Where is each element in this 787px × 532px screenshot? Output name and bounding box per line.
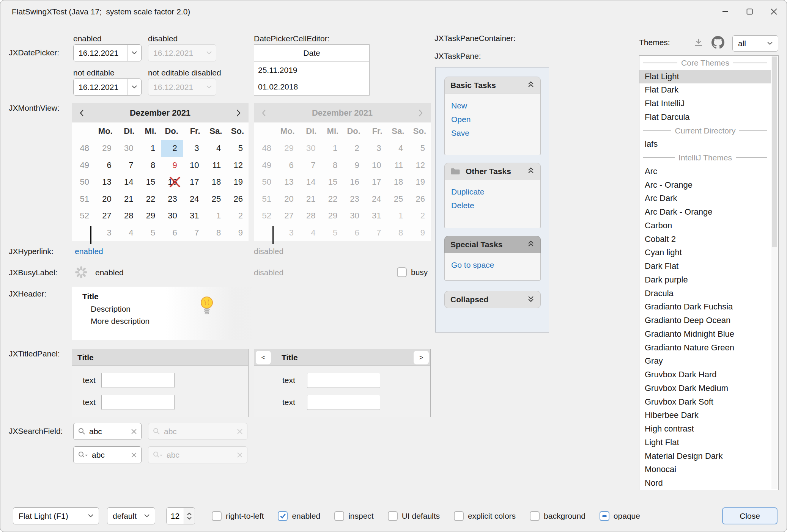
- taskpane-action-link[interactable]: Delete: [445, 199, 540, 212]
- scrollbar-thumb[interactable]: [772, 56, 777, 247]
- day-cell[interactable]: 2: [227, 207, 249, 224]
- maximize-button[interactable]: [737, 1, 762, 22]
- taskpane-action-link[interactable]: Open: [445, 113, 540, 126]
- theme-item[interactable]: Gruvbox Dark Medium: [639, 381, 771, 395]
- day-cell[interactable]: 3: [183, 140, 205, 157]
- checkbox-box[interactable]: [278, 511, 288, 521]
- day-cell[interactable]: 29: [139, 207, 161, 224]
- day-cell[interactable]: 30: [117, 140, 139, 157]
- laf-combo[interactable]: Flat Light (F1): [13, 507, 99, 524]
- clear-icon[interactable]: [131, 452, 137, 458]
- text-input[interactable]: [101, 395, 175, 410]
- theme-item[interactable]: Gruvbox Dark Soft: [639, 395, 771, 409]
- theme-item[interactable]: Gradianto Deep Ocean: [639, 314, 771, 327]
- day-cell[interactable]: 18: [205, 174, 227, 191]
- theme-item[interactable]: Hiberbee Dark: [639, 409, 771, 422]
- hyperlink-enabled[interactable]: enabled: [75, 247, 103, 256]
- theme-item[interactable]: Arc Dark: [639, 192, 771, 206]
- day-cell[interactable]: 5: [227, 140, 249, 157]
- day-cell[interactable]: 9: [161, 157, 183, 174]
- day-cell[interactable]: 4: [205, 140, 227, 157]
- day-cell[interactable]: 7: [117, 157, 139, 174]
- theme-item[interactable]: Carbon: [639, 219, 771, 232]
- download-icon[interactable]: [693, 36, 705, 49]
- day-cell[interactable]: 8: [139, 157, 161, 174]
- checkbox-ui-defaults[interactable]: UI defaults: [388, 511, 440, 521]
- minimize-button[interactable]: [713, 1, 737, 22]
- taskpane-action-link[interactable]: Go to space: [445, 258, 540, 272]
- day-cell[interactable]: 20: [95, 191, 117, 208]
- day-cell[interactable]: 8: [205, 224, 227, 242]
- day-cell[interactable]: 22: [139, 191, 161, 208]
- chevron-double-up-icon[interactable]: [527, 80, 535, 91]
- text-input[interactable]: [307, 373, 380, 388]
- spinner-value[interactable]: 12: [167, 508, 184, 524]
- checkbox-right-to-left[interactable]: right-to-left: [212, 511, 264, 521]
- day-cell[interactable]: 10: [183, 157, 205, 174]
- checkbox-box[interactable]: [334, 511, 344, 521]
- day-cell[interactable]: 31: [183, 207, 205, 224]
- day-cell[interactable]: 28: [117, 207, 139, 224]
- taskpane-header[interactable]: Basic Tasks: [444, 77, 541, 94]
- theme-item[interactable]: Material Design Dark: [639, 449, 771, 463]
- busy-checkbox[interactable]: busy: [397, 267, 428, 277]
- theme-item[interactable]: Gradianto Dark Fuchsia: [639, 300, 771, 314]
- checkbox-box[interactable]: [530, 511, 540, 521]
- spinner-up-icon[interactable]: [187, 513, 192, 515]
- table-row[interactable]: 01.02.2018: [254, 78, 369, 95]
- chevron-double-down-icon[interactable]: [527, 295, 535, 305]
- search-menu-icon[interactable]: [78, 451, 88, 458]
- checkbox-box[interactable]: [600, 511, 609, 521]
- checkbox-box[interactable]: [454, 511, 464, 521]
- search-value[interactable]: abc: [89, 427, 127, 436]
- checkbox-inspect[interactable]: inspect: [334, 511, 374, 521]
- text-input[interactable]: [307, 395, 380, 410]
- day-cell[interactable]: 2: [161, 140, 183, 157]
- font-combo[interactable]: default: [107, 507, 155, 524]
- titled-panel-prev-button[interactable]: <: [256, 351, 271, 364]
- day-cell[interactable]: 29: [95, 140, 117, 157]
- datepicker-enabled[interactable]: 16.12.2021: [73, 44, 142, 61]
- day-cell[interactable]: 26: [227, 191, 249, 208]
- checkbox-background[interactable]: background: [530, 511, 586, 521]
- searchfield-enabled[interactable]: abc: [73, 423, 142, 440]
- checkbox-enabled[interactable]: enabled: [278, 511, 320, 521]
- day-cell[interactable]: 19: [227, 174, 249, 191]
- titlebar[interactable]: FlatSwingXTest (Java 17; system scale fa…: [0, 0, 787, 23]
- taskpane-action-link[interactable]: Duplicate: [445, 185, 540, 199]
- day-cell[interactable]: 24: [183, 191, 205, 208]
- day-cell[interactable]: 4: [117, 224, 139, 242]
- theme-item[interactable]: Gray: [639, 355, 771, 368]
- theme-item[interactable]: Light Flat: [639, 436, 771, 449]
- spinner-down-icon[interactable]: [187, 517, 192, 519]
- day-cell[interactable]: 30: [161, 207, 183, 224]
- theme-item[interactable]: Nord: [639, 476, 771, 490]
- checkbox-explicit-colors[interactable]: explicit colors: [454, 511, 516, 521]
- day-cell[interactable]: 3: [95, 224, 117, 242]
- theme-item[interactable]: Gruvbox Dark Hard: [639, 368, 771, 381]
- next-month-button[interactable]: [236, 109, 241, 117]
- day-cell[interactable]: 14: [117, 174, 139, 191]
- day-cell[interactable]: 21: [117, 191, 139, 208]
- scrollbar-track[interactable]: [771, 56, 778, 489]
- theme-item[interactable]: Dark Flat: [639, 259, 771, 273]
- day-cell[interactable]: 6: [161, 224, 183, 242]
- themes-filter-combo[interactable]: all: [732, 35, 778, 52]
- theme-item[interactable]: Dark purple: [639, 273, 771, 287]
- theme-item[interactable]: Dracula: [639, 287, 771, 300]
- search-value[interactable]: abc: [92, 450, 127, 460]
- github-icon[interactable]: [711, 35, 725, 50]
- day-cell[interactable]: 1: [139, 140, 161, 157]
- chevron-double-up-icon[interactable]: [527, 240, 535, 250]
- theme-item[interactable]: Arc - Orange: [639, 178, 771, 192]
- theme-item[interactable]: Gradianto Midnight Blue: [639, 327, 771, 341]
- table-column-header[interactable]: Date: [254, 45, 369, 62]
- taskpane-action-link[interactable]: Save: [445, 126, 540, 140]
- datepicker-value[interactable]: 16.12.2021: [74, 49, 127, 58]
- titled-panel-next-button[interactable]: >: [414, 351, 429, 364]
- day-cell[interactable]: 13: [95, 174, 117, 191]
- text-input[interactable]: [101, 373, 175, 388]
- day-cell[interactable]: 11: [205, 157, 227, 174]
- day-cell[interactable]: 7: [183, 224, 205, 242]
- day-cell[interactable]: 15: [139, 174, 161, 191]
